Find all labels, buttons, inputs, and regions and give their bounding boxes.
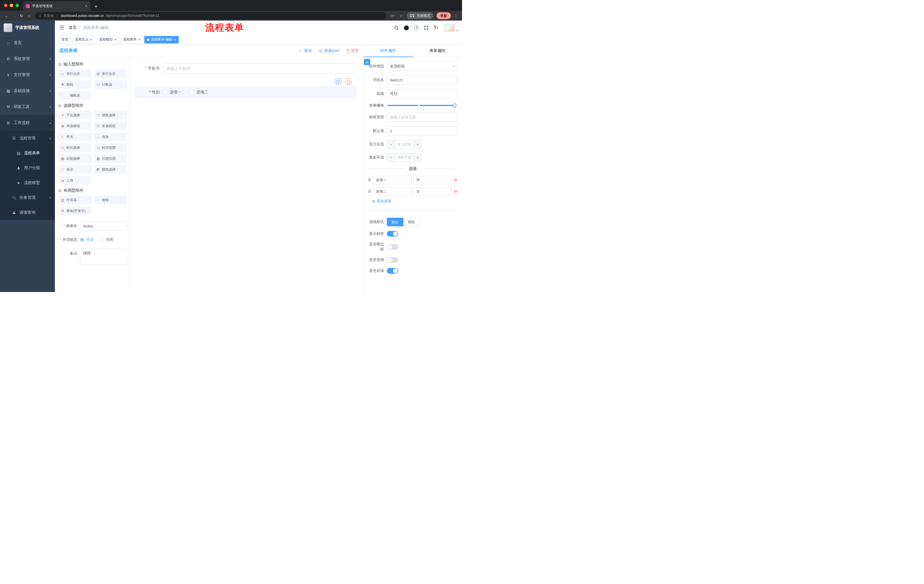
radio-closed[interactable]: 关闭 [100, 237, 113, 242]
github-icon[interactable] [404, 25, 409, 30]
sidebar-item-payment-management[interactable]: ¥ 支付管理 ▾ [0, 67, 55, 83]
checkbox-icon[interactable] [190, 90, 194, 94]
checkbox-option-1[interactable]: 选项一 [163, 90, 182, 95]
increase-button[interactable]: + [413, 140, 421, 148]
decrease-button[interactable]: − [387, 140, 395, 148]
show-label-toggle[interactable] [387, 231, 398, 237]
sidebar-item-dev-tools[interactable]: ⚒ 研发工具 ▾ [0, 99, 55, 115]
tag-home[interactable]: 首页 [59, 36, 71, 43]
link-icon[interactable]: ∞ [364, 59, 370, 65]
browser-tab[interactable]: 芋道管理系统 × [23, 1, 90, 11]
remove-option-icon[interactable]: ⊖ [454, 189, 457, 194]
option-label-input[interactable] [373, 187, 411, 196]
option-value-input[interactable] [413, 187, 452, 196]
slider-handle[interactable] [452, 104, 457, 107]
option-label-input[interactable] [373, 176, 411, 184]
browser-menu-icon[interactable]: ⋮ [454, 13, 458, 18]
breadcrumb-home[interactable]: 首页 [69, 25, 77, 30]
help-icon[interactable]: ? [414, 25, 419, 30]
copy-widget-button[interactable] [335, 78, 342, 85]
component-single-line-text[interactable]: ▭单行文本 [58, 69, 91, 78]
close-icon[interactable]: × [174, 38, 176, 42]
sidebar-item-infrastructure[interactable]: ▦ 基础设施 ▾ [0, 83, 55, 99]
component-multi-line-text[interactable]: ▤多行文本 [94, 69, 127, 78]
password-key-icon[interactable] [391, 15, 395, 17]
sidebar-item-workflow[interactable]: ⊞ 工作流程 ▴ [0, 115, 55, 131]
save-button[interactable]: ✓ 保存 [299, 48, 312, 53]
fullscreen-icon[interactable] [424, 26, 428, 30]
add-option-button[interactable]: ⊕ 添加选项 [372, 199, 457, 204]
component-table[interactable]: ⊞表格[开发中] [58, 207, 91, 215]
sidebar-item-task-management[interactable]: ⌥ 任务管理 ▾ [0, 190, 55, 205]
widget-gender-checkbox-group[interactable]: 性别 选项一 选项二 [135, 86, 356, 98]
tag-process-form[interactable]: 流程表单 × [120, 36, 143, 43]
min-select-value[interactable]: 至少应选 [395, 140, 413, 148]
radio-open[interactable]: 开启 [80, 237, 94, 242]
close-window-button[interactable] [4, 4, 7, 7]
sidebar-item-process-form[interactable]: ▤ 流程表单 [0, 146, 55, 161]
back-button[interactable]: ← [3, 13, 10, 18]
security-warning-icon[interactable]: ⚠ [39, 14, 42, 18]
view-json-button[interactable]: ⊙ 查看json [319, 48, 339, 53]
update-button[interactable]: 更新 [437, 12, 451, 19]
search-icon[interactable] [394, 26, 399, 30]
label-width-input[interactable] [387, 113, 457, 122]
checkbox-option-2[interactable]: 选项二 [190, 90, 208, 95]
minimize-window-button[interactable] [10, 4, 13, 7]
form-remark-textarea[interactable]: 嘿嘿 [80, 249, 127, 265]
drag-handle-icon[interactable]: ☰ [368, 178, 371, 182]
reload-button[interactable]: ↻ [18, 13, 25, 18]
new-tab-button[interactable]: + [94, 4, 98, 10]
forward-button[interactable]: → [10, 13, 18, 18]
component-time-picker[interactable]: ◷时间选择 [58, 143, 91, 152]
max-select-value[interactable]: 最多可选 [395, 153, 413, 161]
delete-widget-button[interactable] [345, 78, 351, 85]
hamburger-icon[interactable]: ☰ [59, 25, 64, 31]
security-label[interactable]: 不安全 [43, 13, 54, 18]
tag-process-form-edit[interactable]: 流程表单-编辑 × [144, 36, 179, 43]
default-value-input[interactable] [387, 126, 457, 135]
tag-process-definition[interactable]: 流程定义 × [72, 36, 95, 43]
decrease-button[interactable]: − [387, 153, 395, 161]
checkbox-icon[interactable] [163, 90, 167, 94]
remove-option-icon[interactable]: ⊖ [454, 178, 457, 182]
component-upload[interactable]: ☁上传 [58, 176, 91, 184]
tab-component-props[interactable]: 组件属性 [363, 44, 413, 57]
component-slider[interactable]: ↔滑块 [94, 133, 127, 141]
tag-process-model[interactable]: 流程模型 × [96, 36, 119, 43]
form-name-input[interactable] [80, 221, 127, 230]
component-dropdown-select[interactable]: ▾下拉选择 [58, 111, 91, 119]
style-button-button[interactable]: 按钮 [403, 218, 420, 226]
component-cascader[interactable]: ⌥级联选择 [94, 111, 127, 119]
component-type-select[interactable]: 多选框组 ▾ [387, 62, 457, 71]
border-toggle[interactable] [387, 244, 398, 250]
increase-button[interactable]: + [413, 153, 421, 161]
close-icon[interactable]: × [114, 38, 116, 42]
maximize-window-button[interactable] [15, 4, 19, 7]
form-canvas[interactable]: 手机号 性别 选项一 [130, 57, 363, 292]
title-input[interactable] [387, 89, 457, 98]
component-color-picker[interactable]: ◩颜色选择 [94, 165, 127, 174]
widget-phone-field[interactable]: 手机号 [135, 63, 356, 74]
component-date-picker[interactable]: ▦日期选择 [58, 154, 91, 163]
close-icon[interactable]: × [139, 38, 140, 42]
tab-form-props[interactable]: 表单属性 [413, 44, 462, 57]
phone-input[interactable] [163, 63, 356, 74]
component-editor[interactable]: 编辑器 [58, 91, 91, 100]
sidebar-item-home[interactable]: ⌂ 首页 [0, 35, 55, 51]
component-date-range[interactable]: ▩日期范围 [94, 154, 127, 163]
disabled-toggle[interactable] [387, 257, 398, 263]
component-rate[interactable]: ☆评分 [58, 165, 91, 174]
grid-slider[interactable] [388, 105, 455, 106]
font-size-icon[interactable]: TT [434, 25, 438, 30]
style-default-button[interactable]: 默认 [387, 218, 403, 226]
component-button[interactable]: ☞按钮 [94, 196, 127, 204]
option-value-input[interactable] [413, 176, 452, 184]
bookmark-star-icon[interactable]: ☆ [399, 13, 403, 18]
component-time-range[interactable]: ◶时间范围 [94, 143, 127, 152]
drag-handle-icon[interactable]: ☰ [368, 189, 371, 193]
clear-button[interactable]: 清空 [346, 48, 359, 53]
tab-close-icon[interactable]: × [85, 4, 87, 8]
sidebar-item-leave-query[interactable]: ♟ 请假查询 [0, 205, 55, 220]
component-counter[interactable]: 123计数器 [94, 80, 127, 89]
